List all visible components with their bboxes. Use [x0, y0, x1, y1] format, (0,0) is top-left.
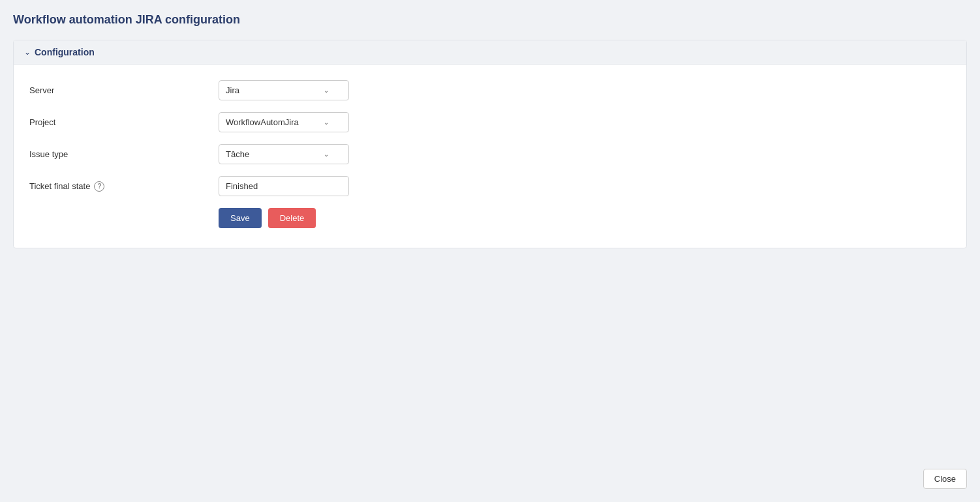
save-button[interactable]: Save [219, 208, 262, 228]
issue-type-select-wrapper: Tâche ⌄ [219, 144, 349, 164]
server-select-value: Jira [226, 85, 239, 95]
project-select-wrapper: WorkflowAutomJira ⌄ [219, 112, 349, 132]
configuration-section: ⌄ Configuration Server Jira ⌄ Proje [13, 40, 967, 248]
close-button-container: Close [923, 469, 967, 489]
close-button[interactable]: Close [923, 469, 967, 489]
issue-type-select-value: Tâche [226, 149, 249, 159]
issue-type-select-chevron-icon: ⌄ [324, 151, 329, 158]
project-select[interactable]: WorkflowAutomJira ⌄ [219, 112, 349, 132]
ticket-final-state-label: Ticket final state ? [29, 181, 219, 192]
issue-type-row: Issue type Tâche ⌄ [29, 144, 951, 164]
page-title: Workflow automation JIRA configuration [13, 13, 967, 27]
project-select-chevron-icon: ⌄ [324, 119, 329, 126]
section-header[interactable]: ⌄ Configuration [14, 40, 966, 65]
server-label: Server [29, 85, 219, 95]
section-header-label: Configuration [35, 47, 95, 57]
server-select[interactable]: Jira ⌄ [219, 80, 349, 100]
server-row: Server Jira ⌄ [29, 80, 951, 100]
chevron-icon: ⌄ [24, 48, 31, 57]
help-icon[interactable]: ? [94, 181, 104, 192]
ticket-final-state-row: Ticket final state ? [29, 176, 951, 196]
ticket-final-state-input[interactable] [219, 176, 349, 196]
server-select-chevron-icon: ⌄ [324, 87, 329, 94]
section-body: Server Jira ⌄ Project WorkflowAutomJira [14, 65, 966, 248]
project-label: Project [29, 117, 219, 127]
project-select-value: WorkflowAutomJira [226, 117, 299, 127]
delete-button[interactable]: Delete [268, 208, 316, 228]
issue-type-select[interactable]: Tâche ⌄ [219, 144, 349, 164]
server-select-wrapper: Jira ⌄ [219, 80, 349, 100]
issue-type-label: Issue type [29, 149, 219, 159]
project-row: Project WorkflowAutomJira ⌄ [29, 112, 951, 132]
button-row: Save Delete [29, 208, 951, 228]
